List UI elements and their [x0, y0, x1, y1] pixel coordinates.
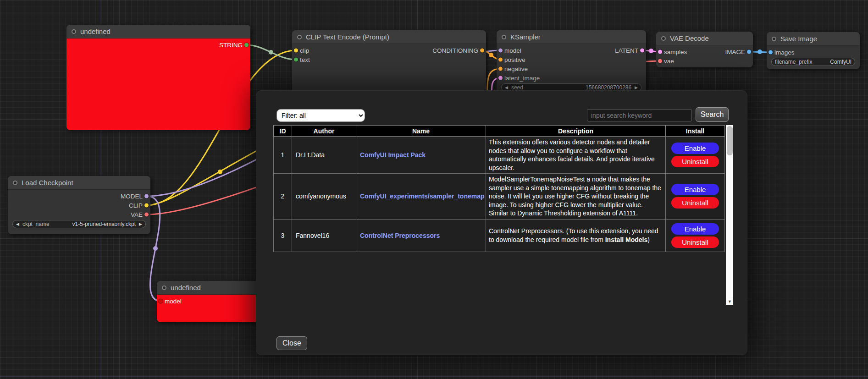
- collapse-dot-icon[interactable]: [502, 35, 506, 39]
- cell-id: 3: [274, 219, 292, 252]
- node-title-bar[interactable]: Save Image: [767, 32, 860, 46]
- widget-value: v1-5-pruned-emaonly.ckpt: [72, 221, 136, 227]
- cell-id: 2: [274, 174, 292, 220]
- collapse-dot-icon[interactable]: [772, 37, 776, 41]
- node-title: undefined: [80, 27, 111, 35]
- node-save-image[interactable]: Save Image images filename_prefix ComfyU…: [767, 32, 860, 69]
- output-socket-clip[interactable]: [144, 203, 149, 208]
- output-slot-label: IMAGE: [725, 49, 745, 55]
- input-socket-latent-image[interactable]: [498, 76, 503, 80]
- enable-button[interactable]: Enable: [671, 184, 719, 195]
- table-row: 3 Fannovel16 ControlNet Preprocessors Co…: [274, 219, 725, 252]
- node-title: Load Checkpoint: [22, 179, 73, 187]
- output-socket-latent[interactable]: [640, 49, 644, 53]
- decrement-icon[interactable]: ◀: [505, 86, 508, 90]
- prev-value-icon[interactable]: ◀: [16, 222, 19, 226]
- search-input[interactable]: [587, 109, 692, 121]
- output-socket-image[interactable]: [747, 50, 751, 54]
- node-title: Save Image: [780, 35, 817, 43]
- extension-link[interactable]: ComfyUI Impact Pack: [360, 151, 426, 159]
- collapse-dot-icon[interactable]: [297, 35, 302, 39]
- collapse-dot-icon[interactable]: [72, 29, 76, 34]
- output-socket-conditioning[interactable]: [480, 49, 484, 53]
- column-header-description: Description: [486, 126, 666, 137]
- table-scrollbar[interactable]: ▼: [726, 125, 733, 305]
- filter-select[interactable]: Filter: all: [276, 109, 365, 122]
- cell-name: ControlNet Preprocessors: [356, 219, 486, 252]
- scrollbar-thumb[interactable]: [727, 126, 733, 155]
- cell-id: 1: [274, 137, 292, 174]
- custom-nodes-manager-dialog: Filter: all Search ID Author Name Descri…: [256, 90, 747, 355]
- search-button[interactable]: Search: [696, 107, 729, 122]
- output-socket-vae[interactable]: [144, 213, 149, 217]
- column-header-id: ID: [274, 126, 292, 137]
- input-slot-label: negative: [504, 66, 528, 72]
- input-socket-vae[interactable]: [658, 59, 662, 63]
- description-bold-text: Install Models: [605, 236, 648, 243]
- node-title: CLIP Text Encode (Prompt): [306, 33, 389, 41]
- uninstall-button[interactable]: Uninstall: [671, 156, 719, 167]
- description-text: ): [647, 236, 650, 243]
- output-slot-label: VAE: [131, 211, 143, 218]
- node-title-bar[interactable]: KSampler: [497, 30, 646, 44]
- input-slot-label: positive: [504, 56, 525, 63]
- node-title-bar[interactable]: undefined: [66, 25, 250, 38]
- input-socket-images[interactable]: [768, 50, 773, 55]
- collapse-dot-icon[interactable]: [162, 286, 166, 290]
- node-title-bar[interactable]: CLIP Text Encode (Prompt): [292, 30, 486, 44]
- output-slot-label: MODEL: [121, 193, 143, 200]
- extensions-table-container: ID Author Name Description Install 1 Dr.…: [273, 125, 733, 305]
- input-socket-negative[interactable]: [498, 67, 503, 71]
- node-undefined-top[interactable]: undefined STRING: [66, 25, 250, 130]
- input-socket-clip[interactable]: [294, 49, 298, 53]
- cell-name: ComfyUI Impact Pack: [356, 137, 486, 174]
- output-slot-label: CONDITIONING: [432, 47, 478, 54]
- enable-button[interactable]: Enable: [671, 223, 719, 235]
- link-dot: [757, 49, 762, 54]
- column-header-install: Install: [666, 126, 725, 137]
- collapse-dot-icon[interactable]: [661, 36, 666, 41]
- input-slot-label: model: [504, 47, 521, 54]
- input-socket-positive[interactable]: [498, 58, 503, 62]
- widget-label: seed: [511, 84, 523, 91]
- input-socket-samples[interactable]: [658, 50, 662, 54]
- extensions-table: ID Author Name Description Install 1 Dr.…: [273, 125, 725, 252]
- node-title-bar[interactable]: VAE Decode: [656, 32, 753, 45]
- close-button[interactable]: Close: [276, 336, 307, 350]
- output-socket-model[interactable]: [144, 194, 149, 198]
- node-title-bar[interactable]: Load Checkpoint: [8, 176, 150, 190]
- link-dot: [489, 53, 493, 57]
- extension-link[interactable]: ComfyUI_experiments/sampler_tonemap: [360, 192, 485, 200]
- table-row: 2 comfyanonymous ComfyUI_experiments/sam…: [274, 174, 725, 220]
- link-dot: [269, 50, 273, 55]
- enable-button[interactable]: Enable: [671, 143, 719, 154]
- input-slot-label: images: [774, 49, 795, 56]
- node-load-checkpoint[interactable]: Load Checkpoint MODEL CLIP VAE ◀ ckpt_na…: [8, 176, 150, 234]
- input-slot-label: vae: [664, 58, 674, 65]
- collapse-dot-icon[interactable]: [13, 181, 17, 185]
- node-title: VAE Decode: [670, 34, 709, 42]
- input-socket-text[interactable]: [294, 58, 298, 62]
- cell-description: This extension offers various detector n…: [486, 137, 666, 174]
- ckpt-name-widget[interactable]: ◀ ckpt_name v1-5-pruned-emaonly.ckpt ▶: [12, 220, 146, 228]
- increment-icon[interactable]: ▶: [635, 86, 638, 90]
- filename-prefix-widget[interactable]: filename_prefix ComfyUI: [771, 58, 855, 66]
- input-slot-label: text: [300, 56, 310, 63]
- table-header-row: ID Author Name Description Install: [274, 126, 725, 137]
- input-slot-label: clip: [300, 47, 309, 54]
- extension-link[interactable]: ControlNet Preprocessors: [360, 232, 440, 239]
- node-title: undefined: [171, 284, 201, 291]
- next-value-icon[interactable]: ▶: [139, 222, 142, 226]
- output-slot-label: STRING: [219, 42, 243, 49]
- output-slot-label: LATENT: [615, 47, 638, 54]
- scrollbar-down-arrow-icon[interactable]: ▼: [726, 299, 734, 304]
- uninstall-button[interactable]: Uninstall: [671, 197, 719, 209]
- output-slot-label: CLIP: [129, 202, 143, 209]
- uninstall-button[interactable]: Uninstall: [671, 236, 719, 248]
- widget-value: 156680208700286: [586, 84, 631, 91]
- node-vae-decode[interactable]: VAE Decode samples IMAGE vae: [656, 32, 753, 67]
- input-socket-model[interactable]: [159, 299, 163, 303]
- input-socket-model[interactable]: [498, 49, 503, 53]
- input-slot-label: model: [165, 298, 182, 305]
- output-socket-string[interactable]: [244, 43, 249, 47]
